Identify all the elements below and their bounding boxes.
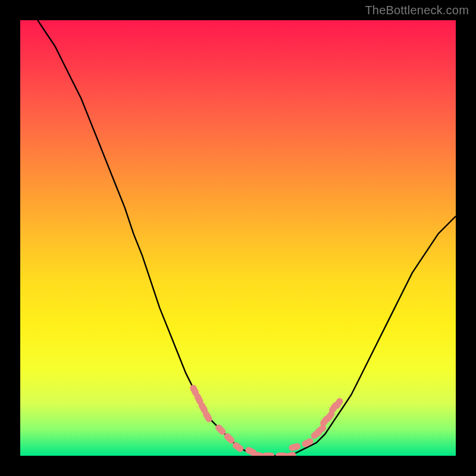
sample-point bbox=[223, 432, 236, 445]
sample-point bbox=[323, 410, 336, 423]
bottleneck-curve bbox=[37, 20, 456, 456]
sample-point bbox=[319, 414, 331, 427]
sample-point bbox=[332, 397, 344, 411]
sample-point bbox=[214, 423, 227, 436]
sample-point bbox=[189, 384, 200, 397]
sample-point bbox=[262, 453, 274, 456]
sample-point bbox=[301, 437, 315, 449]
curve-svg bbox=[20, 20, 456, 456]
sample-point bbox=[328, 401, 340, 415]
attribution-label: TheBottleneck.com bbox=[365, 4, 469, 17]
sample-points bbox=[189, 384, 344, 456]
sample-point bbox=[193, 392, 205, 406]
plot-area bbox=[20, 20, 456, 456]
sample-point bbox=[284, 451, 297, 456]
sample-point bbox=[310, 428, 324, 440]
sample-point bbox=[245, 446, 258, 456]
chart-stage: TheBottleneck.com bbox=[0, 0, 476, 476]
sample-point bbox=[198, 401, 209, 415]
sample-point bbox=[275, 453, 287, 456]
sample-point bbox=[288, 443, 301, 452]
sample-point bbox=[253, 451, 267, 456]
sample-point bbox=[202, 410, 213, 424]
sample-point bbox=[314, 424, 328, 436]
sample-point bbox=[231, 441, 245, 453]
